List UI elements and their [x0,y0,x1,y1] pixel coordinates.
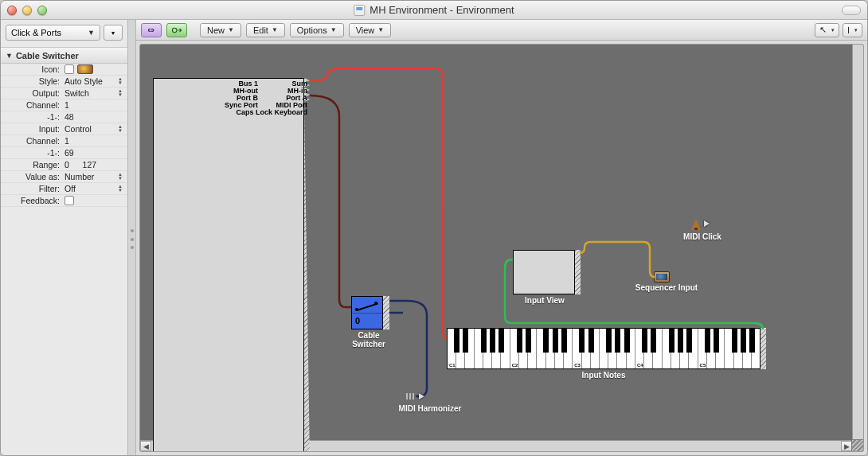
minimize-window-button[interactable] [22,6,32,15]
stepper-icon[interactable]: ▲▼ [118,124,124,134]
feedback-checkbox[interactable] [65,196,74,205]
new-menu-button[interactable]: New▼ [200,23,241,37]
param-value-channel2[interactable]: 1 [65,136,69,146]
midi-out-button[interactable] [166,23,187,37]
piano-black-key[interactable] [749,329,755,353]
param-value-valueas[interactable]: Number [65,172,94,181]
play-icon [419,393,424,399]
view-menu-button[interactable]: View▼ [349,23,392,37]
param-label-input: Input: [1,124,63,134]
icon-enable-checkbox[interactable] [65,64,74,74]
document-icon [354,5,365,16]
piano-black-key[interactable] [463,329,468,353]
text-tool-button[interactable]: I▾ [843,23,862,37]
inspector-section-header[interactable]: ▼ Cable Switcher [1,48,127,64]
toolbar-toggle-button[interactable] [842,6,861,15]
pointer-tool-button[interactable]: ↖▾ [815,23,839,37]
play-icon [704,220,710,227]
piano-black-key[interactable] [741,329,746,353]
piano-black-key[interactable] [561,329,567,353]
environment-toolbar: New▼ Edit▼ Options▼ View▼ ↖▾ I▾ [136,20,867,41]
zoom-window-button[interactable] [37,6,47,15]
param-label-icon: Icon: [1,64,63,74]
param-value-filter[interactable]: Off [65,184,76,193]
piano-black-key[interactable] [624,329,630,353]
metronome-icon [691,217,701,230]
piano-black-key[interactable] [705,329,710,353]
param-label-output: Output: [1,88,63,98]
edit-menu-button[interactable]: Edit▼ [246,23,285,37]
input-view-ports-strip[interactable] [575,250,581,294]
disclosure-triangle-icon: ▼ [6,52,13,60]
close-window-button[interactable] [7,6,17,15]
input-notes-keyboard[interactable]: C1C2C3C4C5 [447,328,760,369]
cable-switcher-node[interactable]: 0 [351,296,383,329]
piano-black-key[interactable] [615,329,620,353]
stepper-icon[interactable]: ▲▼ [118,184,124,193]
traffic-lights [7,6,47,15]
piano-black-key[interactable] [499,329,504,353]
param-value-input[interactable]: Control [65,124,92,134]
piano-black-key[interactable] [606,329,612,353]
environment-canvas-wrap: Sum MH-in Port A MIDI Port Caps Lock Key… [139,44,864,452]
cable-switcher-ports-strip[interactable] [383,296,389,329]
piano-black-key[interactable] [686,329,692,353]
param-label-filter: Filter: [1,184,63,193]
piano-black-key[interactable] [669,329,674,353]
link-mode-button[interactable] [141,23,162,37]
param-value-neg1a[interactable]: 48 [65,112,74,122]
layer-options-button[interactable]: ▾ [104,25,123,41]
port-label: Sync Port [225,102,258,109]
param-value-range-max[interactable]: 127 [83,160,97,170]
svg-point-0 [172,28,177,33]
piano-black-key[interactable] [678,329,683,353]
octave-label: C5 [700,363,706,368]
piano-black-key[interactable] [651,329,656,353]
options-menu-button[interactable]: Options▼ [290,23,344,37]
scroll-left-button[interactable]: ◀ [140,441,151,451]
octave-label: C4 [637,363,643,368]
param-value-neg1b[interactable]: 69 [65,148,74,158]
physical-input-node[interactable] [153,78,304,452]
piano-black-key[interactable] [588,329,594,353]
stepper-icon[interactable]: ▲▼ [118,76,124,86]
octave-label: C2 [512,363,518,368]
piano-black-key[interactable] [490,329,495,353]
piano-black-key[interactable] [526,329,531,353]
stepper-icon[interactable]: ▲▼ [118,88,124,98]
midi-harmonizer-node[interactable] [403,391,427,402]
piano-black-key[interactable] [714,329,719,353]
inspector-params: Icon: Style: Auto Style▲▼ Output: Switch… [1,64,127,207]
window-titlebar: MH Environment - Environment [1,1,867,20]
sequencer-input-node[interactable] [654,271,670,283]
piano-black-key[interactable] [579,329,585,353]
param-label-channel2: Channel: [1,136,63,146]
octave-label: C1 [449,363,456,368]
piano-black-key[interactable] [454,329,459,353]
param-value-style[interactable]: Auto Style [65,76,103,86]
midi-click-node[interactable] [688,216,712,232]
icon-swatch[interactable] [77,64,93,74]
piano-black-key[interactable] [481,329,487,353]
stepper-icon[interactable]: ▲▼ [118,172,124,181]
param-value-range-min[interactable]: 0 [65,160,69,170]
environment-canvas[interactable]: Sum MH-in Port A MIDI Port Caps Lock Key… [140,45,852,440]
input-view-node[interactable] [513,250,575,294]
piano-black-key[interactable] [732,329,737,353]
window-title: MH Environment - Environment [354,4,514,16]
vertical-scrollbar[interactable] [852,45,863,440]
octave-label: C3 [574,363,581,368]
inspector-title: Cable Switcher [16,51,79,60]
layer-selector[interactable]: Click & Ports ▼ [6,25,100,41]
piano-black-key[interactable] [543,329,549,353]
piano-black-key[interactable] [517,329,522,353]
keyboard-ports-strip[interactable] [760,328,766,369]
param-label-style: Style: [1,76,63,86]
param-value-output[interactable]: Switch [65,88,89,98]
scroll-right-button[interactable]: ▶ [841,441,852,451]
layer-selector-value: Click & Ports [11,28,61,37]
piano-black-key[interactable] [642,329,647,353]
panel-divider[interactable] [128,20,136,455]
param-value-channel1[interactable]: 1 [65,100,69,110]
piano-black-key[interactable] [553,329,558,353]
